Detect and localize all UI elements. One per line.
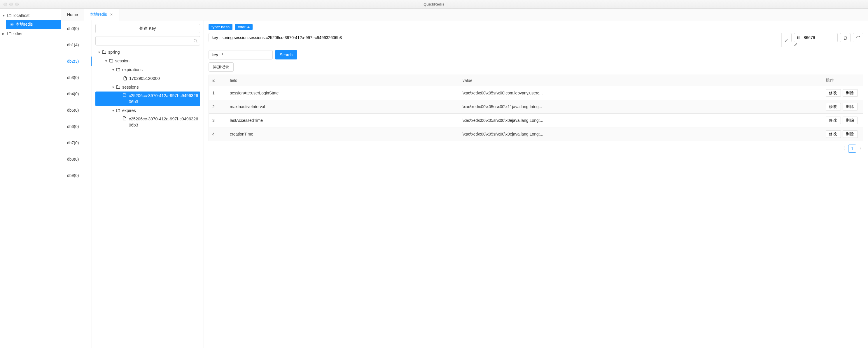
folder-icon [102,50,106,55]
db-item[interactable]: db6(0) [61,118,92,135]
col-id: id [209,75,226,86]
window-title: QuickRedis [424,2,444,6]
file-icon [122,116,127,121]
close-icon[interactable]: ✕ [110,12,113,16]
search-button[interactable]: Search [275,50,297,60]
tab-label: 本地redis [90,12,107,17]
edit-key-icon[interactable] [781,33,791,47]
edit-row-button[interactable]: 修改 [826,130,841,138]
connection-label: localhost [13,13,29,18]
db-item[interactable]: db1(4) [61,37,92,53]
ttl-input[interactable] [794,33,838,42]
tree-node-label: c25206cc-3970-412a-997f-c949632606b3 [129,116,198,128]
folder-icon [116,67,120,72]
cell-id: 2 [209,100,226,114]
table-row: 2maxInactiveInterval\xac\xed\x00\x05sr\x… [209,100,863,114]
table-row: 4creationTime\xac\xed\x00\x05sr\x00\x0ej… [209,127,863,141]
search-icon[interactable] [193,38,198,44]
folder-icon [7,13,12,18]
key-search-input[interactable] [95,36,200,45]
col-field: field [226,75,459,86]
chevron-down-icon: ▼ [97,51,101,54]
chevron-down-icon: ▼ [104,60,108,63]
cell-id: 3 [209,114,226,127]
traffic-light-max[interactable] [15,3,19,6]
tree-node-label: session [115,59,129,63]
connection-label: other [13,31,23,36]
cell-id: 4 [209,127,226,141]
add-record-button[interactable]: 添加记录 [209,62,234,72]
db-item[interactable]: db0(0) [61,21,92,37]
tree-key[interactable]: c25206cc-3970-412a-997f-c949632606b3 [95,92,200,106]
tab-home[interactable]: Home [61,9,84,20]
cell-value: \xac\xed\x00\x05sr\x00\x0ejava.lang.Long… [459,114,822,127]
edit-row-button[interactable]: 修改 [826,116,841,124]
tree-key[interactable]: 1702905120000 [95,74,200,83]
db-list: db0(0)db1(4)db2(3)db3(0)db4(0)db5(0)db6(… [61,21,92,348]
delete-key-button[interactable] [840,33,850,42]
page-next-icon[interactable]: 〉 [859,146,863,151]
connection-item-localhost[interactable]: ▼ localhost [0,11,61,20]
traffic-light-min[interactable] [9,3,13,6]
edit-ttl-icon[interactable] [794,42,798,47]
db-item[interactable]: db8(0) [61,151,92,167]
chevron-down-icon: ▼ [111,109,115,112]
cell-value: \xac\xed\x00\x05sr\x00\x11java.lang.Inte… [459,100,822,114]
delete-row-button[interactable]: 删除 [843,130,858,138]
tree-folder[interactable]: ▼session [95,57,200,65]
tree-node-label: spring [108,50,120,55]
svg-point-1 [194,39,196,42]
page-prev-icon[interactable]: 〈 [841,146,845,151]
db-item[interactable]: db9(0) [61,167,92,184]
cell-field: lastAccessedTime [226,114,459,127]
traffic-light-close[interactable] [3,3,7,6]
file-icon [122,93,127,97]
field-filter-input[interactable] [209,50,273,60]
check-circle-icon [10,23,14,27]
trash-icon [843,36,847,40]
tree-folder[interactable]: ▼sessions [95,83,200,92]
folder-icon [7,31,12,36]
svg-line-2 [196,42,197,42]
db-item[interactable]: db5(0) [61,102,92,118]
tree-node-label: 1702905120000 [129,76,160,81]
table-row: 3lastAccessedTime\xac\xed\x00\x05sr\x00\… [209,114,863,127]
db-item[interactable]: db4(0) [61,86,92,102]
tree-key[interactable]: c25206cc-3970-412a-997f-c949632606b3 [95,115,200,130]
folder-icon [116,85,120,90]
chevron-down-icon: ▼ [2,14,5,17]
tab-label: Home [67,12,78,17]
edit-row-button[interactable]: 修改 [826,89,841,97]
tree-node-label: c25206cc-3970-412a-997f-c949632606b3 [129,93,198,105]
connection-sidebar: ▼ localhost 本地redis ▶ other [0,9,61,348]
chevron-down-icon: ▼ [111,68,115,71]
delete-row-button[interactable]: 删除 [843,103,858,110]
tree-folder[interactable]: ▼expirations [95,65,200,74]
table-row: 1sessionAttr:userLoginState\xac\xed\x00\… [209,86,863,100]
window-titlebar: QuickRedis [0,0,868,9]
col-value: value [459,75,822,86]
tree-folder[interactable]: ▼spring [95,48,200,57]
create-key-button[interactable]: 创建 Key [95,24,200,33]
page-number[interactable]: 1 [848,145,856,153]
key-name-input[interactable] [209,33,792,42]
delete-row-button[interactable]: 删除 [843,116,858,124]
tree-folder[interactable]: ▼expires [95,106,200,115]
refresh-button[interactable] [853,33,863,42]
hash-table: id field value 操作 1sessionAttr:userLogin… [209,75,863,141]
refresh-icon [856,36,860,40]
file-icon [123,76,127,81]
cell-field: maxInactiveInterval [226,100,459,114]
connection-child-localredis[interactable]: 本地redis [6,20,61,29]
db-item[interactable]: db2(3) [61,53,92,69]
tab-localredis[interactable]: 本地redis ✕ [84,9,119,20]
tree-node-label: sessions [122,85,138,90]
delete-row-button[interactable]: 删除 [843,89,858,97]
connection-item-other[interactable]: ▶ other [0,29,61,38]
db-item[interactable]: db7(0) [61,135,92,151]
edit-row-button[interactable]: 修改 [826,103,841,110]
connection-child-label: 本地redis [16,22,33,27]
cell-value: \xac\xed\x00\x05sr\x00!com.leovany.userc… [459,86,822,100]
tab-bar: Home 本地redis ✕ [61,9,868,21]
db-item[interactable]: db3(0) [61,69,92,86]
